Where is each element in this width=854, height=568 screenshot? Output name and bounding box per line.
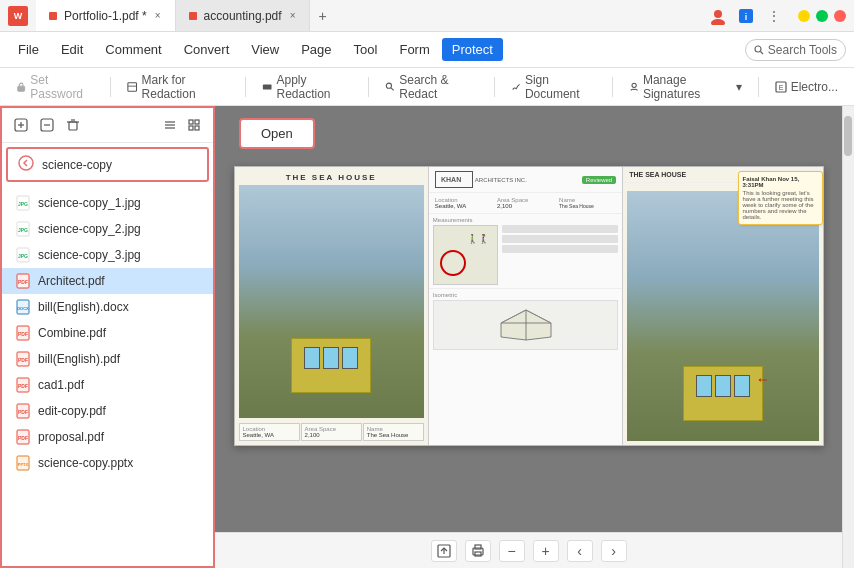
page2-isometric: Isometric xyxy=(429,289,622,445)
file-item-8[interactable]: PDF edit-copy.pdf xyxy=(2,398,213,424)
menu-view[interactable]: View xyxy=(241,38,289,61)
tab-accounting-label: accounting.pdf xyxy=(204,9,282,23)
menu-edit[interactable]: Edit xyxy=(51,38,93,61)
jpg-icon-1: JPG xyxy=(16,221,30,237)
page3-windows xyxy=(684,367,762,405)
page2-name-val: The Sea House xyxy=(559,203,616,209)
export-button[interactable] xyxy=(431,540,457,562)
pdf-pages-container: THE SEA HOUSE xyxy=(234,166,824,446)
file-item-7[interactable]: PDF cad1.pdf xyxy=(2,372,213,398)
menu-comment[interactable]: Comment xyxy=(95,38,171,61)
file-item-1[interactable]: JPG science-copy_2.jpg xyxy=(2,216,213,242)
file-item-label-2: science-copy_3.jpg xyxy=(38,248,141,262)
more-options-icon[interactable]: ⋮ xyxy=(762,4,786,28)
tab-portfolio-close[interactable]: × xyxy=(153,9,163,22)
next-icon: › xyxy=(611,543,616,559)
maximize-button[interactable] xyxy=(816,10,828,22)
zoom-out-button[interactable]: − xyxy=(499,540,525,562)
open-button[interactable]: Open xyxy=(239,118,315,149)
page1-location-value: Seattle, WA xyxy=(243,432,274,438)
zoom-out-icon: − xyxy=(507,543,515,559)
manage-signatures-label: Manage Signatures xyxy=(643,73,732,101)
set-password-button[interactable]: Set Password xyxy=(8,69,102,105)
comment-text: This is looking great, let's have a furt… xyxy=(743,190,814,220)
sign-document-label: Sign Document xyxy=(525,73,596,101)
search-redact-button[interactable]: Search & Redact xyxy=(377,69,486,105)
grid-view-icon xyxy=(187,118,201,132)
svg-text:PDF: PDF xyxy=(18,383,28,389)
khan-logo: KHAN xyxy=(435,171,473,188)
file-item-6[interactable]: PDF bill(English).pdf xyxy=(2,346,213,372)
menu-file[interactable]: File xyxy=(8,38,49,61)
svg-rect-66 xyxy=(475,552,481,556)
sidebar-list-view-button[interactable] xyxy=(159,114,181,136)
page1-location-box: Location Seattle, WA xyxy=(239,423,300,441)
page2-loc-val: Seattle, WA xyxy=(435,203,492,209)
svg-rect-10 xyxy=(18,86,25,91)
svg-text:W: W xyxy=(14,11,23,21)
file-item-5[interactable]: PDF Combine.pdf xyxy=(2,320,213,346)
manage-signatures-chevron: ▾ xyxy=(736,80,742,94)
svg-text:JPG: JPG xyxy=(18,227,28,233)
menu-page[interactable]: Page xyxy=(291,38,341,61)
user-icon[interactable] xyxy=(706,4,730,28)
prev-page-button[interactable]: ‹ xyxy=(567,540,593,562)
prev-icon: ‹ xyxy=(577,543,582,559)
add-tab-button[interactable]: + xyxy=(310,8,334,24)
scrollbar[interactable] xyxy=(842,106,854,568)
file-item-0[interactable]: JPG science-copy_1.jpg xyxy=(2,190,213,216)
sidebar-toolbar xyxy=(2,108,213,143)
svg-text:DOCX: DOCX xyxy=(17,306,29,311)
tab-accounting[interactable]: accounting.pdf × xyxy=(176,0,311,31)
minimize-button[interactable] xyxy=(798,10,810,22)
notification-icon[interactable]: i xyxy=(734,4,758,28)
sidebar-folder[interactable]: science-copy xyxy=(6,147,209,182)
file-item-label-4: bill(English).docx xyxy=(38,300,129,314)
measurement-data xyxy=(502,225,618,285)
window-controls xyxy=(798,10,846,22)
pdf-page-2: KHAN ARCHITECTS INC. Reviewed Location S… xyxy=(429,167,623,445)
sidebar-grid-view-button[interactable] xyxy=(183,114,205,136)
page2-header: KHAN ARCHITECTS INC. Reviewed xyxy=(429,167,622,193)
apply-redaction-button[interactable]: Apply Redaction xyxy=(254,69,360,105)
menu-form[interactable]: Form xyxy=(389,38,439,61)
search-tools-label: Search Tools xyxy=(768,43,837,57)
next-page-button[interactable]: › xyxy=(601,540,627,562)
scrollbar-thumb[interactable] xyxy=(844,116,852,156)
pdf-page-1: THE SEA HOUSE xyxy=(235,167,429,445)
search-redact-label: Search & Redact xyxy=(399,73,477,101)
arrow-annotation: ↓ xyxy=(755,377,771,384)
svg-rect-2 xyxy=(49,12,57,20)
menu-tool[interactable]: Tool xyxy=(344,38,388,61)
zoom-in-button[interactable]: + xyxy=(533,540,559,562)
sign-document-button[interactable]: Sign Document xyxy=(503,69,604,105)
mark-redaction-button[interactable]: Mark for Redaction xyxy=(119,69,237,105)
svg-line-15 xyxy=(391,87,394,90)
electro-button[interactable]: E Electro... xyxy=(767,76,846,98)
file-item-10[interactable]: PPTX science-copy.pptx xyxy=(2,450,213,476)
tab-portfolio[interactable]: Portfolio-1.pdf * × xyxy=(36,0,176,31)
page3-building-body: ↓ xyxy=(683,366,763,421)
page3-window-1 xyxy=(696,375,712,397)
print-button[interactable] xyxy=(465,540,491,562)
file-item-label-7: cad1.pdf xyxy=(38,378,84,392)
tab-accounting-close[interactable]: × xyxy=(288,9,298,22)
file-item-3[interactable]: PDF Architect.pdf xyxy=(2,268,213,294)
menu-protect[interactable]: Protect xyxy=(442,38,503,61)
file-item-2[interactable]: JPG science-copy_3.jpg xyxy=(2,242,213,268)
apply-icon xyxy=(262,81,272,93)
search-tools[interactable]: Search Tools xyxy=(745,39,846,61)
sidebar-edit-button[interactable] xyxy=(36,114,58,136)
close-button[interactable] xyxy=(834,10,846,22)
page1-info-boxes: Location Seattle, WA Area Space 2,100 Na… xyxy=(235,421,428,445)
manage-signatures-button[interactable]: Manage Signatures ▾ xyxy=(621,69,750,105)
file-item-label-1: science-copy_2.jpg xyxy=(38,222,141,236)
file-item-9[interactable]: PDF proposal.pdf xyxy=(2,424,213,450)
page1-windows xyxy=(292,339,370,377)
file-item-4[interactable]: DOCX bill(English).docx xyxy=(2,294,213,320)
reviewed-badge: Reviewed xyxy=(582,176,616,184)
sidebar-add-button[interactable] xyxy=(10,114,32,136)
menu-convert[interactable]: Convert xyxy=(174,38,240,61)
svg-text:PDF: PDF xyxy=(18,409,28,415)
sidebar-delete-button[interactable] xyxy=(62,114,84,136)
